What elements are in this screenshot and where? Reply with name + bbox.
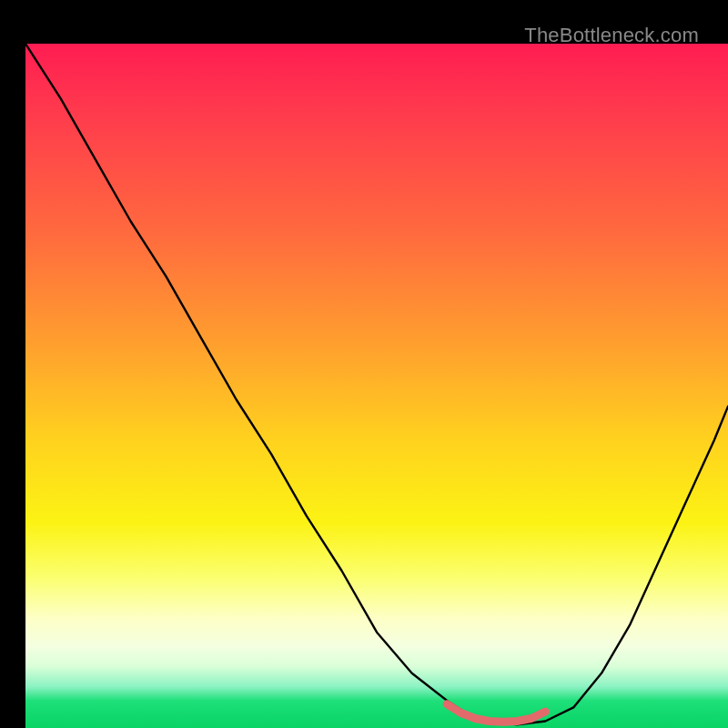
- watermark-label: TheBottleneck.com: [524, 24, 699, 47]
- plot-area: [25, 44, 728, 728]
- chart-frame: TheBottleneck.com: [13, 13, 715, 715]
- bottleneck-curve: [25, 44, 728, 724]
- highlight-segment: [447, 704, 545, 723]
- curve-layer: [25, 44, 728, 728]
